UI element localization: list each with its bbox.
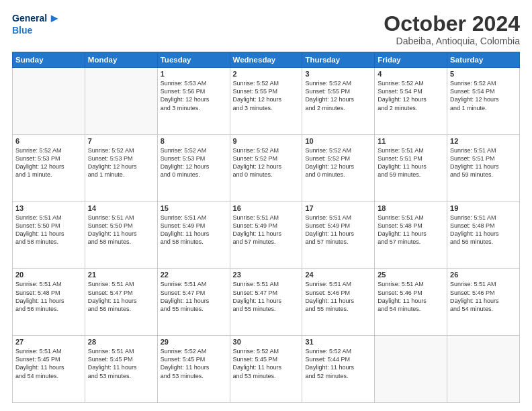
day-number: 23 [233, 271, 300, 279]
day-cell: 29Sunrise: 5:52 AM Sunset: 5:45 PM Dayli… [157, 336, 230, 403]
day-info: Sunrise: 5:51 AM Sunset: 5:48 PM Dayligh… [15, 280, 82, 313]
day-cell: 9Sunrise: 5:52 AM Sunset: 5:52 PM Daylig… [230, 134, 302, 201]
day-cell: 27Sunrise: 5:51 AM Sunset: 5:45 PM Dayli… [13, 336, 85, 403]
day-number: 4 [378, 70, 444, 78]
day-cell: 14Sunrise: 5:51 AM Sunset: 5:50 PM Dayli… [85, 201, 157, 269]
day-cell: 13Sunrise: 5:51 AM Sunset: 5:50 PM Dayli… [13, 201, 85, 269]
day-number: 24 [305, 271, 371, 279]
day-info: Sunrise: 5:52 AM Sunset: 5:52 PM Dayligh… [305, 146, 371, 179]
day-info: Sunrise: 5:51 AM Sunset: 5:50 PM Dayligh… [15, 214, 82, 246]
day-number: 1 [161, 70, 227, 78]
day-cell [85, 68, 157, 135]
day-cell: 20Sunrise: 5:51 AM Sunset: 5:48 PM Dayli… [13, 269, 85, 336]
day-number: 14 [88, 204, 154, 212]
day-cell: 21Sunrise: 5:51 AM Sunset: 5:47 PM Dayli… [85, 269, 157, 336]
day-info: Sunrise: 5:51 AM Sunset: 5:45 PM Dayligh… [15, 347, 82, 380]
day-cell: 6Sunrise: 5:52 AM Sunset: 5:53 PM Daylig… [13, 134, 85, 201]
day-info: Sunrise: 5:51 AM Sunset: 5:46 PM Dayligh… [378, 280, 444, 313]
day-cell: 28Sunrise: 5:51 AM Sunset: 5:45 PM Dayli… [85, 336, 157, 403]
title-block: October 2024 Dabeiba, Antioquia, Colombi… [384, 12, 520, 46]
day-info: Sunrise: 5:52 AM Sunset: 5:53 PM Dayligh… [15, 146, 82, 179]
day-cell: 1Sunrise: 5:53 AM Sunset: 5:56 PM Daylig… [157, 68, 230, 135]
week-row-3: 13Sunrise: 5:51 AM Sunset: 5:50 PM Dayli… [13, 201, 520, 269]
day-cell: 15Sunrise: 5:51 AM Sunset: 5:49 PM Dayli… [157, 201, 230, 269]
day-number: 28 [88, 338, 154, 346]
day-info: Sunrise: 5:52 AM Sunset: 5:45 PM Dayligh… [233, 347, 300, 380]
col-header-friday: Friday [375, 52, 447, 68]
col-header-sunday: Sunday [13, 52, 85, 68]
day-info: Sunrise: 5:52 AM Sunset: 5:55 PM Dayligh… [233, 79, 300, 112]
day-info: Sunrise: 5:52 AM Sunset: 5:44 PM Dayligh… [305, 347, 371, 380]
day-info: Sunrise: 5:51 AM Sunset: 5:46 PM Dayligh… [305, 280, 371, 313]
day-number: 5 [450, 70, 517, 78]
day-cell: 3Sunrise: 5:52 AM Sunset: 5:55 PM Daylig… [302, 68, 375, 135]
day-number: 8 [161, 137, 227, 145]
day-cell: 17Sunrise: 5:51 AM Sunset: 5:49 PM Dayli… [302, 201, 375, 269]
col-header-monday: Monday [85, 52, 157, 68]
logo-blue-text: Blue [12, 26, 32, 36]
day-number: 30 [233, 338, 300, 346]
day-number: 16 [233, 204, 300, 212]
day-info: Sunrise: 5:51 AM Sunset: 5:45 PM Dayligh… [88, 347, 154, 380]
header: General ► Blue October 2024 Dabeiba, Ant… [12, 12, 520, 46]
day-cell: 31Sunrise: 5:52 AM Sunset: 5:44 PM Dayli… [302, 336, 375, 403]
day-cell: 2Sunrise: 5:52 AM Sunset: 5:55 PM Daylig… [230, 68, 302, 135]
day-info: Sunrise: 5:51 AM Sunset: 5:46 PM Dayligh… [450, 280, 517, 313]
day-cell: 23Sunrise: 5:51 AM Sunset: 5:47 PM Dayli… [230, 269, 302, 336]
day-cell [375, 336, 447, 403]
day-number: 20 [15, 271, 82, 279]
col-header-tuesday: Tuesday [157, 52, 230, 68]
day-info: Sunrise: 5:51 AM Sunset: 5:49 PM Dayligh… [161, 214, 227, 246]
day-number: 22 [161, 271, 227, 279]
week-row-1: 1Sunrise: 5:53 AM Sunset: 5:56 PM Daylig… [13, 68, 520, 135]
day-info: Sunrise: 5:52 AM Sunset: 5:53 PM Dayligh… [161, 146, 227, 179]
day-info: Sunrise: 5:52 AM Sunset: 5:54 PM Dayligh… [450, 79, 517, 112]
day-cell: 16Sunrise: 5:51 AM Sunset: 5:49 PM Dayli… [230, 201, 302, 269]
day-info: Sunrise: 5:51 AM Sunset: 5:49 PM Dayligh… [233, 214, 300, 246]
day-info: Sunrise: 5:52 AM Sunset: 5:45 PM Dayligh… [161, 347, 227, 380]
day-cell: 12Sunrise: 5:51 AM Sunset: 5:51 PM Dayli… [447, 134, 520, 201]
day-info: Sunrise: 5:51 AM Sunset: 5:49 PM Dayligh… [305, 214, 371, 246]
day-number: 31 [305, 338, 371, 346]
week-row-4: 20Sunrise: 5:51 AM Sunset: 5:48 PM Dayli… [13, 269, 520, 336]
day-info: Sunrise: 5:52 AM Sunset: 5:52 PM Dayligh… [233, 146, 300, 179]
day-number: 26 [450, 271, 517, 279]
day-number: 13 [15, 204, 82, 212]
day-number: 15 [161, 204, 227, 212]
day-number: 19 [450, 204, 517, 212]
day-number: 10 [305, 137, 371, 145]
logo-general-text: General [12, 13, 47, 24]
day-cell: 18Sunrise: 5:51 AM Sunset: 5:48 PM Dayli… [375, 201, 447, 269]
day-number: 17 [305, 204, 371, 212]
day-number: 11 [378, 137, 444, 145]
day-info: Sunrise: 5:51 AM Sunset: 5:51 PM Dayligh… [450, 146, 517, 179]
day-cell: 8Sunrise: 5:52 AM Sunset: 5:53 PM Daylig… [157, 134, 230, 201]
logo-arrow-icon: ► [48, 12, 60, 26]
day-info: Sunrise: 5:53 AM Sunset: 5:56 PM Dayligh… [161, 79, 227, 112]
day-info: Sunrise: 5:51 AM Sunset: 5:51 PM Dayligh… [378, 146, 444, 179]
calendar-table: SundayMondayTuesdayWednesdayThursdayFrid… [12, 52, 520, 403]
day-number: 27 [15, 338, 82, 346]
day-info: Sunrise: 5:51 AM Sunset: 5:48 PM Dayligh… [450, 214, 517, 246]
day-info: Sunrise: 5:52 AM Sunset: 5:54 PM Dayligh… [378, 79, 444, 112]
month-title: October 2024 [384, 12, 520, 36]
week-row-2: 6Sunrise: 5:52 AM Sunset: 5:53 PM Daylig… [13, 134, 520, 201]
day-cell [447, 336, 520, 403]
day-info: Sunrise: 5:51 AM Sunset: 5:50 PM Dayligh… [88, 214, 154, 246]
logo: General ► Blue [12, 12, 60, 36]
day-cell: 22Sunrise: 5:51 AM Sunset: 5:47 PM Dayli… [157, 269, 230, 336]
day-number: 6 [15, 137, 82, 145]
day-info: Sunrise: 5:51 AM Sunset: 5:48 PM Dayligh… [378, 214, 444, 246]
day-cell: 30Sunrise: 5:52 AM Sunset: 5:45 PM Dayli… [230, 336, 302, 403]
day-info: Sunrise: 5:52 AM Sunset: 5:53 PM Dayligh… [88, 146, 154, 179]
day-cell: 19Sunrise: 5:51 AM Sunset: 5:48 PM Dayli… [447, 201, 520, 269]
header-row: SundayMondayTuesdayWednesdayThursdayFrid… [13, 52, 520, 68]
day-cell: 4Sunrise: 5:52 AM Sunset: 5:54 PM Daylig… [375, 68, 447, 135]
day-cell [13, 68, 85, 135]
day-number: 12 [450, 137, 517, 145]
page: General ► Blue October 2024 Dabeiba, Ant… [0, 0, 532, 411]
col-header-thursday: Thursday [302, 52, 375, 68]
day-number: 9 [233, 137, 300, 145]
day-number: 29 [161, 338, 227, 346]
day-number: 21 [88, 271, 154, 279]
